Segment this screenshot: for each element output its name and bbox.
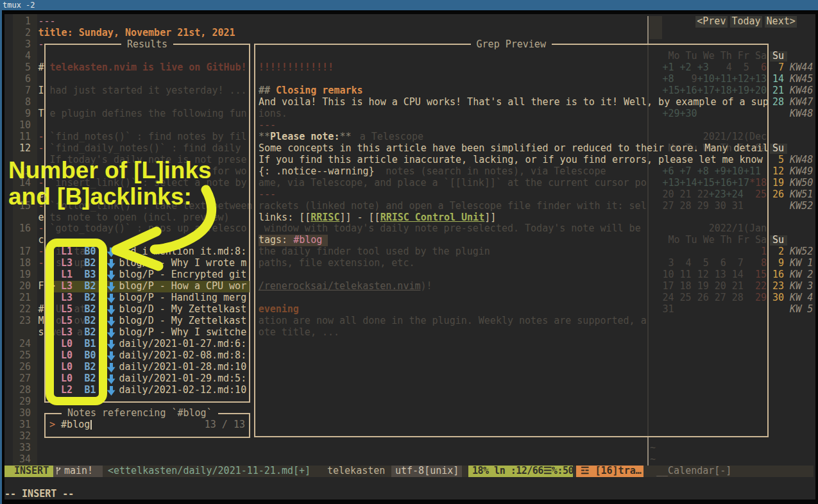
- download-arrow-icon: [107, 340, 115, 349]
- gutter-line-number: 9: [25, 108, 31, 120]
- calendar-text: 12: [772, 166, 784, 178]
- buffer-text: #: [38, 62, 44, 74]
- result-row-filename[interactable]: blog/D - My Zettelkast: [119, 315, 247, 327]
- buffer-text: e: [38, 212, 44, 224]
- gutter-line-number: 29: [19, 396, 31, 408]
- buffer-text: c: [38, 235, 44, 246]
- calendar-text: KW 5: [790, 304, 813, 315]
- result-row-filename[interactable]: daily/2021-01-27.md:6:: [119, 339, 247, 350]
- calendar-text: KW48: [790, 155, 813, 166]
- result-row-filename[interactable]: blog/D - My Zettelkast: [119, 304, 247, 315]
- calendar-text: KW 1: [790, 258, 813, 269]
- screenshot-stage: tmux -2 <PrevTodayNext>12345678910111213…: [0, 0, 818, 504]
- gutter-line-number: 18: [19, 258, 31, 269]
- calendar-cursor-block: [649, 16, 662, 39]
- calendar-text: 16: [772, 269, 784, 281]
- download-arrow-icon: [107, 271, 115, 280]
- gutter-line-number: 30: [19, 408, 31, 419]
- download-arrow-icon: [107, 328, 115, 338]
- preview-text: ---: [259, 120, 276, 131]
- result-row-filename[interactable]: blog/P - Why I switche: [119, 327, 247, 339]
- download-arrow-icon: [107, 351, 115, 361]
- gutter-line-number: 21: [19, 292, 31, 304]
- gutter-line-number: 12: [19, 143, 31, 155]
- statusline-mode-label: INSERT: [14, 466, 49, 477]
- gutter-line-number: 2: [25, 28, 31, 39]
- statusline-diagnostics-label: ☲ [16]tra…: [581, 466, 642, 477]
- annotation-line1: Number of [L]inks: [8, 157, 212, 183]
- calendar-text: 2: [772, 246, 784, 258]
- download-arrow-icon: [107, 386, 115, 396]
- statusline-filetype: telekasten: [327, 466, 385, 477]
- calendar-text: KW44: [790, 62, 813, 74]
- buffer-text: ---: [38, 16, 56, 28]
- result-row-filename[interactable]: blog/P - Handling merg: [119, 292, 247, 304]
- calendar-text: 28: [772, 97, 784, 108]
- calendar-text: Su: [772, 143, 784, 155]
- calendar-button-today[interactable]: Today: [730, 16, 763, 28]
- preview-text: Please note:: [270, 131, 339, 143]
- result-row-filename[interactable]: did i mention it.md:8:: [119, 246, 247, 258]
- tmux-window-title: tmux -2: [3, 1, 35, 10]
- gutter-line-number: 22: [19, 304, 31, 315]
- preview-text: #blog: [293, 235, 322, 246]
- gutter-line-number: 19: [19, 269, 31, 281]
- result-row-filename[interactable]: daily/2021-01-29.md:5:: [119, 373, 247, 385]
- calendar-text: 21: [772, 85, 784, 97]
- calendar-button-next[interactable]: Next>: [765, 16, 797, 28]
- gutter-line-number: 16: [19, 223, 31, 235]
- preview-text: **: [339, 131, 351, 143]
- calendar-text: 19: [772, 178, 784, 189]
- gutter-line-number: 8: [25, 97, 31, 108]
- preview-text: RRISC Control Unit: [380, 212, 485, 224]
- buffer-text: ~: [650, 454, 656, 466]
- statusline-encoding-label: utf-8[unix]: [395, 466, 459, 477]
- statusline-progress-label: 18% ln :12/66☰%:50: [472, 466, 574, 477]
- result-row-filename[interactable]: blog/P - Encrypted git: [119, 269, 247, 281]
- tmux-status-bar: tmux -2: [0, 0, 818, 10]
- gutter-line-number: 3: [25, 39, 31, 51]
- calendar-button-prev[interactable]: <Prev: [695, 16, 728, 28]
- calendar-text: 26: [772, 189, 784, 201]
- results-title: Results: [121, 39, 173, 51]
- calendar-text: 14: [772, 74, 784, 85]
- buffer-text: ~: [650, 442, 656, 454]
- download-arrow-icon: [107, 374, 115, 384]
- gutter-line-number: 6: [25, 74, 31, 85]
- gutter-line-number: 24: [19, 339, 31, 350]
- gutter-line-number: 20: [19, 281, 31, 292]
- download-arrow-icon: [107, 282, 115, 292]
- calendar-text: KW46: [790, 85, 813, 97]
- prompt-title: Notes referencing `#blog`: [62, 408, 218, 419]
- calendar-text: 9: [772, 258, 784, 269]
- gutter-line-number: 25: [19, 350, 31, 362]
- calendar-text: Su: [772, 51, 784, 62]
- calendar-text: KW 4: [790, 292, 813, 304]
- preview-text: {: .notice--warning}: [259, 166, 375, 178]
- calendar-text: KW45: [790, 74, 813, 85]
- calendar-text: 30: [772, 292, 784, 304]
- result-row-filename[interactable]: daily/2021-02-12.md:10: [119, 385, 247, 396]
- window-separator-top: [647, 16, 649, 44]
- annotation-line2: and [B]acklinks:: [8, 183, 212, 210]
- git-branch-icon: [55, 467, 62, 476]
- result-row-filename[interactable]: daily/2021-01-28.md:10: [119, 362, 247, 373]
- buffer-text: M: [38, 315, 44, 327]
- prompt-input[interactable]: #blog: [61, 419, 90, 431]
- buffer-text: T: [38, 108, 44, 120]
- result-row-filename[interactable]: blog/P - How a CPU wor: [119, 281, 247, 292]
- buffer-text: -: [38, 131, 44, 143]
- preview-text: ---: [259, 189, 276, 201]
- statusline-branch-label: main!: [64, 466, 93, 477]
- gutter-line-number: 28: [19, 385, 31, 396]
- buffer-text: #: [38, 304, 44, 315]
- buffer-text: -: [38, 246, 44, 258]
- result-row-filename[interactable]: blog/P - Why I wrote m: [119, 258, 247, 269]
- preview-text: Some concepts in this article have been …: [259, 143, 769, 155]
- calendar-text: KW 3: [790, 281, 813, 292]
- result-counter: 13 / 13: [205, 419, 245, 431]
- result-row-filename[interactable]: daily/2021-02-08.md:8:: [119, 350, 247, 362]
- statusline-window-label: __Calendar[-]: [656, 466, 731, 477]
- text-cursor: [90, 420, 92, 430]
- calendar-text: KW 2: [790, 269, 813, 281]
